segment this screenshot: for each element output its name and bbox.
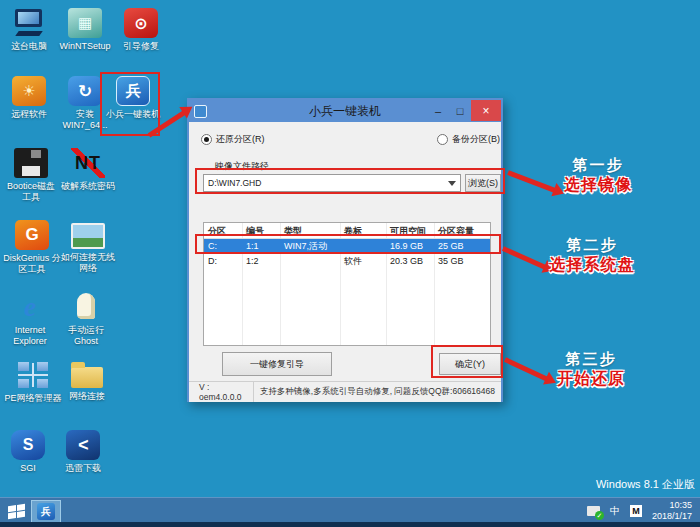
chevron-down-icon[interactable] [448,181,456,186]
desktop-icon-ghost[interactable]: 手动运行 Ghost [58,292,114,347]
desktop-icon-label: 手动运行 Ghost [58,325,114,347]
column-header[interactable]: 类型 [280,223,340,238]
desktop-icon-label: 迅雷下载 [56,463,110,474]
table-row-c[interactable]: C: 1:1 WIN7,活动 16.9 GB 25 GB [204,239,490,254]
xiaobing-app-icon: 兵 [116,76,150,106]
cell-capacity: 25 GB [434,239,490,254]
cell-capacity: 35 GB [434,254,490,269]
desktop-icon-remote-software[interactable]: ☀ 远程软件 [4,76,54,120]
radio-label: 备份分区(B) [452,133,500,146]
column-header[interactable]: 分区容量 [434,223,490,238]
dialog-statusbar: V : oem4.0.0.0 支持多种镜像,多系统引导自动修复, 问题反馈QQ群… [189,381,501,402]
minimize-button[interactable]: – [427,100,449,121]
version-text: V : oem4.0.0.0 [189,382,254,402]
cell-free-space: 16.9 GB [386,239,434,254]
repair-boot-button[interactable]: 一键修复引导 [222,352,332,376]
desktop-icon-label: 远程软件 [4,109,54,120]
computer-icon [12,8,46,38]
package-icon: ▦ [68,8,102,38]
thunder-bird-icon: < [66,430,100,460]
ie-icon: e [13,292,47,322]
ghost-icon [69,292,103,322]
desktop-icon-label: 破解系统密码 [58,181,118,192]
desktop-icon-winntsetup[interactable]: ▦ WinNTSetup [56,8,114,52]
ime-mode-icon[interactable]: M [630,505,642,517]
desktop-icon-thunder[interactable]: < 迅雷下载 [56,430,110,474]
maximize-button[interactable]: □ [449,100,471,121]
annotation-step3: 第三步 开始还原 [536,350,646,390]
desktop-icon-label: 网络连接 [60,391,114,402]
desktop-icon-label: Bootice磁盘 工具 [2,181,60,203]
desktop-icon-boot-repair[interactable]: ⊙ 引导修复 [116,8,166,52]
xiaobing-app-icon: 兵 [37,503,55,520]
desktop: { "desktop": { "os_label": "Windows 8.1 … [0,0,700,527]
clock-date: 2018/1/17 [652,511,692,522]
radio-restore-partition[interactable]: 还原分区(R) [201,133,265,146]
desktop-icon-password-crack[interactable]: NT 破解系统密码 [58,148,118,192]
cell-type: WIN7,活动 [280,239,340,254]
cell-number: 1:2 [242,254,280,269]
table-row-d[interactable]: D: 1:2 软件 20.3 GB 35 GB [204,254,490,269]
step-title: 第一步 [548,156,648,175]
radio-unselected-icon [437,134,448,145]
ok-button[interactable]: 确定(Y) [439,353,501,375]
image-path-label: 映像文件路径 [215,160,269,173]
browse-button[interactable]: 浏览(S) [465,174,501,192]
start-button[interactable] [8,504,25,520]
taskbar-clock[interactable]: 10:35 2018/1/17 [652,500,692,522]
step-title: 第三步 [536,350,646,369]
desktop-icon-pe-network-manager[interactable]: PE网络管理器 [2,360,64,404]
step-subtitle: 选择系统盘 [532,255,652,276]
desktop-icon-label: 小兵一键装机 [102,109,164,120]
desktop-icon-label: 引导修复 [116,41,166,52]
desktop-icon-network-connect[interactable]: 网络连接 [60,360,114,402]
cell-number: 1:1 [242,239,280,254]
taskbar: 兵 中 M 10:35 2018/1/17 [0,497,700,527]
desktop-icon-bootice[interactable]: Bootice磁盘 工具 [2,148,60,203]
diskgenius-icon: G [15,220,49,250]
radio-label: 还原分区(R) [216,133,265,146]
image-path-combobox[interactable]: D:\WIN7.GHD [203,174,461,192]
radio-selected-icon [201,134,212,145]
desktop-icon-sgi[interactable]: S SGI [4,430,52,474]
image-path-value: D:\WIN7.GHD [208,178,261,188]
ime-indicator[interactable]: 中 [610,504,620,518]
sgi-icon: S [11,430,45,460]
column-header[interactable]: 卷标 [340,223,386,238]
desktop-icon-wireless-help[interactable]: 如何连接无线 网络 [58,220,118,274]
dialog-titlebar[interactable]: 小兵一键装机 – □ × [189,100,501,122]
cell-free-space: 20.3 GB [386,254,434,269]
desktop-icon-diskgenius[interactable]: G DiskGenius 分区工具 [2,220,62,275]
column-header[interactable]: 分区 [204,223,242,238]
annotation-step1: 第一步 选择镜像 [548,156,648,196]
cell-label: 软件 [340,254,386,269]
gear-refresh-icon: ↻ [68,76,102,106]
sun-icon: ☀ [12,76,46,106]
column-header[interactable]: 编号 [242,223,280,238]
close-button[interactable]: × [471,100,501,121]
desktop-icon-xiaobing-installer[interactable]: 兵 小兵一键装机 [102,76,164,120]
desktop-icon-label: 这台电脑 [4,41,54,52]
desktop-icon-label: WinNTSetup [56,41,114,52]
desktop-icon-label: Internet Explorer [4,325,56,347]
step-subtitle: 选择镜像 [548,175,648,196]
nt-key-icon: NT [71,148,105,178]
desktop-icon-label: 如何连接无线 网络 [58,252,118,274]
photo-icon [71,223,105,249]
column-header[interactable]: 可用空间 [386,223,434,238]
windows-version-label: Windows 8.1 企业版 [596,477,695,492]
network-nodes-icon [16,360,50,390]
desktop-icon-label: PE网络管理器 [2,393,64,404]
status-text: 支持多种镜像,多系统引导自动修复, 问题反馈QQ群:606616468 [254,386,501,398]
desktop-icon-this-pc[interactable]: 这台电脑 [4,8,54,52]
floppy-disk-icon [14,148,48,178]
cell-partition: D: [204,254,242,269]
taskbar-app-xiaobing[interactable]: 兵 [31,500,61,523]
desktop-icon-internet-explorer[interactable]: e Internet Explorer [4,292,56,347]
system-tray: 中 M 10:35 2018/1/17 [587,498,700,523]
radio-backup-partition[interactable]: 备份分区(B) [437,133,500,146]
step-subtitle: 开始还原 [536,369,646,390]
network-tray-icon[interactable] [587,506,600,516]
cell-partition: C: [204,239,242,254]
partition-table: 分区 编号 类型 卷标 可用空间 分区容量 C: 1:1 WIN7,活动 16.… [203,222,491,346]
